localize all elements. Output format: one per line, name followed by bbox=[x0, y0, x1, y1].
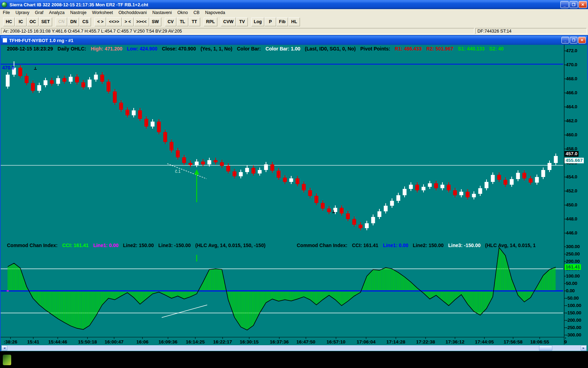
time-tick-label: 17:36:12 bbox=[446, 339, 464, 345]
toolbar-button-tt[interactable]: TT bbox=[189, 18, 200, 26]
chart-close-button[interactable]: ✕ bbox=[578, 37, 586, 43]
toolbar-button-[interactable]: >><< bbox=[134, 18, 149, 26]
menu-nastaveni[interactable]: Nastaveni bbox=[149, 9, 175, 16]
price-header-seg-12: S1: 440.133 bbox=[458, 46, 484, 52]
menu-cb[interactable]: CB bbox=[191, 9, 202, 16]
app-globe-icon bbox=[1, 2, 7, 8]
toolbar: HCICOCSETCNDNCS< ><<>>> <>><<SWCVTLTTRPL… bbox=[0, 16, 588, 28]
toolbar-button-cn[interactable]: CN bbox=[56, 18, 67, 26]
axis-tick-label: -50.00 bbox=[566, 295, 579, 301]
toolbar-button-rpl[interactable]: RPL bbox=[204, 18, 217, 26]
scrollbar-thumb[interactable] bbox=[539, 345, 552, 351]
status-df-panel: DF:744326 ST:14 bbox=[475, 28, 587, 34]
menu-analyza[interactable]: Analyza bbox=[46, 9, 67, 16]
cci-header-2-seg-2: Line1: 0.00 bbox=[383, 243, 408, 248]
chart-minimize-button[interactable]: _ bbox=[561, 37, 569, 43]
start-button-icon[interactable] bbox=[3, 355, 11, 365]
horizontal-scrollbar[interactable]: ◄ ► bbox=[1, 345, 587, 351]
cci-header-1-seg-0: Commod Chan Index: bbox=[7, 243, 58, 248]
cci-study-header-1: Commod Chan Index:CCI: 161.41Line1: 0.00… bbox=[7, 243, 296, 248]
cci-header-1-seg-3: Line2: 150.00 bbox=[123, 243, 154, 248]
minimize-button[interactable]: _ bbox=[560, 1, 569, 8]
chart-canvas[interactable] bbox=[1, 80, 588, 368]
cci-header-2-seg-1: CCI: 161.41 bbox=[352, 243, 378, 248]
taskbar[interactable] bbox=[0, 351, 588, 368]
price-header-seg-1: Daily OHLC: bbox=[58, 46, 86, 52]
close-button[interactable]: ✕ bbox=[579, 1, 587, 8]
toolbar-button-set[interactable]: SET bbox=[39, 18, 52, 26]
price-header-seg-10: R1: 486.433 bbox=[395, 46, 422, 52]
scroll-right-icon[interactable]: ► bbox=[581, 345, 587, 351]
last-price-box: 457.0 bbox=[565, 151, 579, 157]
toolbar-button-dn[interactable]: DN bbox=[68, 18, 79, 26]
toolbar-button-tl[interactable]: TL bbox=[177, 18, 188, 26]
axis-tick-label: 464.0 bbox=[566, 104, 577, 109]
toolbar-button-sw[interactable]: SW bbox=[149, 18, 161, 26]
toolbar-button-oc[interactable]: OC bbox=[27, 18, 38, 26]
time-tick-label: 17:56:58 bbox=[504, 339, 523, 345]
time-tick-label: 18:06:55 bbox=[530, 339, 549, 345]
application-window: Sierra Chart IB 322 2008-12-15 21:17:35 … bbox=[0, 0, 588, 368]
axis-tick-label: -250.00 bbox=[566, 325, 581, 330]
toolbar-button-hl[interactable]: HL bbox=[288, 18, 300, 26]
axis-tick-label: 448.0 bbox=[566, 216, 577, 222]
time-tick-label: 16:00:47 bbox=[105, 339, 124, 345]
axis-tick-label: 50.00 bbox=[566, 281, 577, 286]
menu-graf[interactable]: Graf bbox=[32, 9, 46, 16]
axis-tick-label: 472.0 bbox=[566, 48, 577, 53]
toolbar-button-log[interactable]: Log bbox=[251, 18, 264, 26]
toolbar-button-fib[interactable]: Fib bbox=[276, 18, 288, 26]
axis-tick-label: 462.0 bbox=[566, 118, 577, 123]
line-price-box: 455.667 bbox=[565, 158, 584, 163]
axis-tick-label: -150.00 bbox=[566, 310, 581, 315]
cci-study-header-2: Commod Chan Index:CCI: 161.41Line1: 0.00… bbox=[297, 243, 564, 248]
axis-tick-label: 446.0 bbox=[566, 230, 577, 236]
time-tick-label: :38:26 bbox=[4, 339, 17, 345]
chart-window-icon bbox=[3, 38, 7, 42]
toolbar-button-[interactable]: < > bbox=[94, 18, 106, 26]
toolbar-button-cv[interactable]: CV bbox=[165, 18, 176, 26]
menu-okno[interactable]: Okno bbox=[175, 9, 191, 16]
time-tick-label: 16:22:17 bbox=[213, 339, 232, 345]
price-header-seg-6: Color Bar: bbox=[237, 46, 261, 52]
chart-restore-button[interactable]: ❐ bbox=[570, 37, 578, 43]
menu-nastroje[interactable]: Nastroje bbox=[68, 9, 90, 16]
menu-napoveda[interactable]: Napoveda bbox=[202, 9, 228, 16]
menu-bar: FileUpravyGrafAnalyzaNastrojeWorksheetOb… bbox=[0, 9, 588, 16]
menu-worksheet[interactable]: Worksheet bbox=[89, 9, 116, 16]
time-tick-label: 17:14:28 bbox=[386, 339, 405, 345]
time-tick-label: 15:41 bbox=[27, 339, 40, 345]
toolbar-button-[interactable]: <<>> bbox=[106, 18, 121, 26]
chart-titlebar[interactable]: TFH9-FUT-NYBOT 1.0 rng - #1 _ ❐ ✕ bbox=[1, 36, 587, 45]
chart-window: TFH9-FUT-NYBOT 1.0 rng - #1 _ ❐ ✕ ◄ ► bbox=[0, 35, 588, 351]
toolbar-button-cs[interactable]: CS bbox=[79, 18, 91, 26]
toolbar-button-cvw[interactable]: CVW bbox=[221, 18, 236, 26]
toolbar-button-hc[interactable]: HC bbox=[3, 18, 15, 26]
axis-tick-label: 466.0 bbox=[566, 90, 577, 95]
toolbar-button-p[interactable]: P bbox=[265, 18, 276, 26]
scroll-left-icon[interactable]: ◄ bbox=[1, 345, 7, 351]
status-quote-panel: Ar: 2008-12-15 16:31:08 Y:461.6 O:454.7 … bbox=[1, 28, 474, 34]
axis-tick-label: 452.0 bbox=[566, 188, 577, 193]
toolbar-button-[interactable]: > < bbox=[122, 18, 134, 26]
menu-file[interactable]: File bbox=[0, 9, 13, 16]
cci-last-value-box: 161.41 bbox=[565, 264, 581, 270]
toolbar-button-tv[interactable]: TV bbox=[236, 18, 248, 26]
toolbar-button-ic[interactable]: IC bbox=[15, 18, 27, 26]
axis-tick-label: -100.00 bbox=[566, 303, 581, 308]
restore-button[interactable]: ❐ bbox=[569, 1, 578, 8]
price-header-seg-5: (Yes, 1, 1, No) bbox=[201, 46, 232, 52]
cci-header-2-seg-3: Line2: 150.00 bbox=[413, 243, 444, 248]
app-titlebar: Sierra Chart IB 322 2008-12-15 21:17:35 … bbox=[0, 0, 588, 9]
time-tick-label: 16:37:36 bbox=[270, 339, 289, 345]
menu-obchoddovani[interactable]: Obchoddovani bbox=[116, 9, 150, 16]
axis-tick-label: 0.00 bbox=[566, 288, 575, 293]
price-header-seg-3: Low: 424.900 bbox=[127, 46, 158, 52]
time-tick-label: 16:06 bbox=[136, 339, 149, 345]
axis-tick-label: 200.00 bbox=[566, 259, 580, 264]
price-header-seg-7: Color Bar: 1.00 bbox=[265, 46, 300, 52]
cci-header-1-seg-5: (HLC Avg, 14, 0.015, 150, -150) bbox=[195, 243, 266, 248]
time-tick-label: 16:47:50 bbox=[296, 339, 315, 345]
menu-upravy[interactable]: Upravy bbox=[13, 9, 32, 16]
time-tick-label: 16:57:10 bbox=[327, 339, 345, 345]
